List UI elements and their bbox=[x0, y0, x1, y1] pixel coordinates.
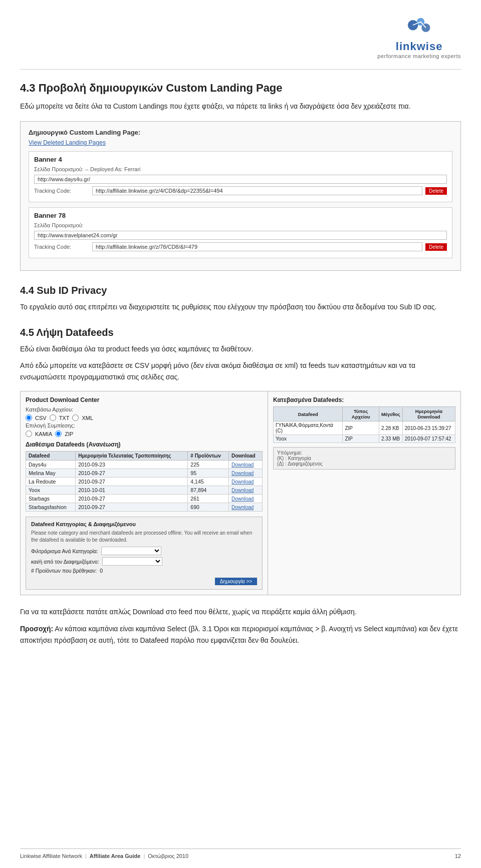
banner-78-delete-button[interactable]: Delete bbox=[425, 243, 447, 251]
df-table-row: Starbagsfashion2010-09-27690Download bbox=[26, 503, 263, 512]
df-kategoria-box: Datafeed Κατηγορίας & Διαφημιζόμενου Ple… bbox=[26, 517, 263, 590]
df-right-col-date: Ημερομηνία Download bbox=[402, 407, 455, 421]
banner-4-url-row: http://www.days4u.gr/ bbox=[34, 175, 447, 184]
footer-date: Οκτώβριος 2010 bbox=[148, 853, 188, 859]
banner-78-url-input[interactable]: http://www.travelplanet24.com/gr bbox=[34, 231, 447, 240]
banner-78-tracking-input[interactable]: http://affiliate.linkwise.gr/z/78/CD8/&l… bbox=[92, 242, 422, 251]
df-none-radio[interactable] bbox=[26, 430, 32, 437]
df-filter1-select[interactable] bbox=[101, 547, 161, 555]
page-footer: Linkwise Affiliate Network | Affiliate A… bbox=[20, 848, 461, 859]
section-45-body2: Για να τα κατεβάσετε πατάτε απλώς Downlo… bbox=[20, 606, 461, 618]
df-available-table: Datafeed Ημερομηνία Τελευταίας Τροποποίη… bbox=[26, 451, 263, 512]
df-available-title: Διαθέσιμα Datafeeds (Ανανέωση) bbox=[26, 441, 263, 448]
svg-point-0 bbox=[407, 20, 418, 31]
df-download-link[interactable]: Download bbox=[231, 479, 254, 485]
section-44-body: Το εργαλείο αυτό σας επιτρέπει να διαχει… bbox=[20, 301, 461, 313]
section-43-title: 4.3 Προβολή δημιουργικών Custom Landing … bbox=[20, 82, 461, 95]
df-zip-radio[interactable] bbox=[55, 430, 62, 437]
df-download-link[interactable]: Download bbox=[231, 505, 254, 510]
prosoxi-text: Αν κάποια καμπάνια είναι καμπάνια Select… bbox=[20, 625, 458, 644]
banner-78-tracking-label: Tracking Code: bbox=[34, 244, 89, 250]
df-col-datafeed: Datafeed bbox=[26, 452, 76, 461]
df-txt-label: TXT bbox=[59, 415, 70, 421]
section-45-body1: Από εδώ μπορείτε να κατεβάσετε σε CSV μο… bbox=[20, 360, 461, 383]
df-legend-title: Υπόμνημα: bbox=[277, 450, 451, 456]
banner-4-tracking-input[interactable]: http://affiliate.linkwise.gr/z/4/CD8/&dp… bbox=[92, 186, 422, 195]
section-45-prosoxi: Προσοχή: Αν κάποια καμπάνια είναι καμπάν… bbox=[20, 623, 461, 646]
df-right-table-row: ΓΥΝΑΙΚΑ,Φόρματα,Κοντά (C)ZIP2.28 KB2010-… bbox=[274, 421, 455, 435]
datafeeds-screenshot: Product Download Center Κατεβάσω Αρχείου… bbox=[20, 391, 461, 595]
df-filter2-select[interactable] bbox=[102, 557, 162, 566]
banner-4-tracking-label: Tracking Code: bbox=[34, 188, 89, 194]
banner-4-delete-button[interactable]: Delete bbox=[425, 187, 447, 195]
df-col-date: Ημερομηνία Τελευταίας Τροποποίησης bbox=[76, 452, 188, 461]
df-compress-options: ΚΑΜΙΑ ZIP bbox=[26, 430, 263, 437]
landing-page-screenshot: Δημιουργικό Custom Landing Page: View De… bbox=[20, 121, 461, 271]
banner-4-tracking-row: Tracking Code: http://affiliate.linkwise… bbox=[34, 186, 447, 195]
prosoxi-label: Προσοχή: bbox=[20, 625, 53, 633]
footer-company: Linkwise Affiliate Network bbox=[20, 853, 82, 859]
banner-4-title: Banner 4 bbox=[34, 156, 447, 163]
banner-78-url-row: http://www.travelplanet24.com/gr bbox=[34, 231, 447, 240]
df-download-link[interactable]: Download bbox=[231, 496, 254, 502]
df-right-panel: Κατεβασμένα Datafeeds: Datafeed Τύπος Αρ… bbox=[268, 391, 460, 595]
banner-4-dest-label: Σελίδα Προορισμού: -- Deployed As: Ferra… bbox=[34, 166, 140, 172]
df-table-row: Yoox2010-10-0187,894Download bbox=[26, 486, 263, 495]
df-col-products: # Προϊόντων bbox=[188, 452, 229, 461]
df-none-label: ΚΑΜΙΑ bbox=[35, 431, 52, 437]
df-table-row: Days4u2010-09-23225Download bbox=[26, 461, 263, 469]
view-deleted-link[interactable]: View Deleted Landing Pages bbox=[29, 139, 452, 146]
df-filter2-label: και/ή από τον Διαφημιζόμενο: bbox=[31, 559, 99, 565]
df-filter1-label: Φιλτράρισμα Ανά Κατηγορία: bbox=[31, 548, 98, 554]
df-right-col-size: Μέγεθος bbox=[379, 407, 402, 421]
section-45-title: 4.5 Λήψη Datafeeds bbox=[20, 327, 461, 338]
section-43-intro: Εδώ μπορείτε να δείτε όλα τα Custom Land… bbox=[20, 101, 461, 112]
df-zip-label: ZIP bbox=[65, 431, 73, 437]
df-filter1-row: Φιλτράρισμα Ανά Κατηγορία: bbox=[31, 547, 257, 555]
df-compress-label: Επιλογή Συμπίεσης: bbox=[26, 422, 263, 428]
df-legend: Υπόμνημα: (Κ) : Κατηγορία (Δ) : Διαφημιζ… bbox=[273, 447, 455, 470]
df-products-found-label: # Προϊόντων που βρέθηκαν: bbox=[31, 568, 97, 574]
banner-4-block: Banner 4 Σελίδα Προορισμού: -- Deployed … bbox=[29, 151, 452, 202]
df-csv-radio[interactable] bbox=[26, 414, 32, 421]
df-download-label: Κατεβάσω Αρχείου: bbox=[26, 406, 263, 412]
df-table-row: Melina May2010-09-2795Download bbox=[26, 469, 263, 478]
section-44-title: 4.4 Sub ID Privacy bbox=[20, 285, 461, 296]
banner-78-block: Banner 78 Σελίδα Προορισμού: http://www.… bbox=[29, 207, 452, 258]
df-xml-label: XML bbox=[82, 415, 93, 421]
footer-left: Linkwise Affiliate Network | Affiliate A… bbox=[20, 853, 188, 859]
df-products-found-row: # Προϊόντων που βρέθηκαν: 0 bbox=[31, 568, 257, 574]
footer-pipe2: | bbox=[143, 853, 145, 859]
df-right-col-type: Τύπος Αρχείου bbox=[343, 407, 379, 421]
banner-78-title: Banner 78 bbox=[34, 212, 447, 219]
banner-4-url-input[interactable]: http://www.days4u.gr/ bbox=[34, 175, 447, 184]
df-txt-radio[interactable] bbox=[50, 414, 56, 421]
df-download-link[interactable]: Download bbox=[231, 462, 254, 468]
df-downloaded-title: Κατεβασμένα Datafeeds: bbox=[273, 396, 455, 403]
df-download-link[interactable]: Download bbox=[231, 471, 254, 476]
banner-78-tracking-row: Tracking Code: http://affiliate.linkwise… bbox=[34, 242, 447, 251]
df-left-panel: Product Download Center Κατεβάσω Αρχείου… bbox=[21, 391, 268, 595]
df-create-button[interactable]: Δημιουργία >> bbox=[215, 578, 257, 585]
logo-icon bbox=[404, 15, 434, 40]
df-products-found-value: 0 bbox=[100, 568, 103, 574]
df-csv-label: CSV bbox=[35, 415, 47, 421]
df-downloaded-table: Datafeed Τύπος Αρχείου Μέγεθος Ημερομηνί… bbox=[273, 406, 455, 443]
df-filter2-row: και/ή από τον Διαφημιζόμενο: bbox=[31, 557, 257, 566]
page-header: linkwise performance marketing experts bbox=[20, 10, 461, 70]
banner-4-dest-row: Σελίδα Προορισμού: -- Deployed As: Ferra… bbox=[34, 166, 447, 172]
logo: linkwise performance marketing experts bbox=[377, 15, 461, 59]
logo-tagline: performance marketing experts bbox=[377, 53, 461, 59]
df-file-options: CSV TXT XML bbox=[26, 414, 263, 421]
banner-78-dest-label: Σελίδα Προορισμού: bbox=[34, 222, 89, 228]
lp-label: Δημιουργικό Custom Landing Page: bbox=[29, 129, 452, 136]
df-table-row: La Redoute2010-09-274,145Download bbox=[26, 478, 263, 486]
df-xml-radio[interactable] bbox=[72, 414, 79, 421]
section-45-intro: Εδώ είναι διαθέσιμα όλα τα product feeds… bbox=[20, 343, 461, 355]
df-kategoria-note: Please note category and merchant datafe… bbox=[31, 530, 257, 544]
df-right-col-datafeed: Datafeed bbox=[274, 407, 343, 421]
footer-guide: Affiliate Area Guide bbox=[90, 853, 141, 859]
df-table-row: Starbags2010-09-27261Download bbox=[26, 495, 263, 503]
df-download-link[interactable]: Download bbox=[231, 488, 254, 493]
footer-page: 12 bbox=[455, 853, 461, 859]
